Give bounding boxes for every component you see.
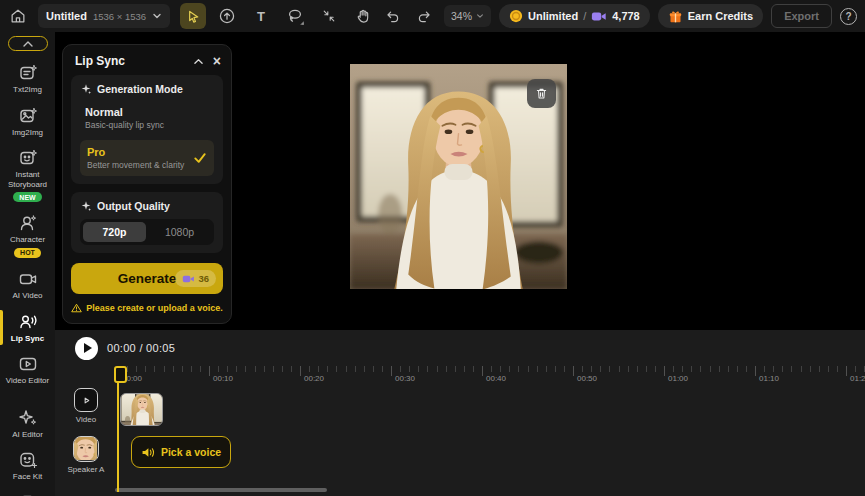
video-track-label: Video	[55, 388, 117, 424]
hot-badge: HOT	[14, 248, 41, 258]
sidebar-item-img2img[interactable]: Img2Img	[0, 104, 55, 140]
quality-option-720p[interactable]: 720p	[83, 222, 146, 242]
horizontal-scrollbar[interactable]	[115, 488, 327, 492]
voice-warning-text: Please create or upload a voice.	[86, 303, 223, 313]
speaker-track-label: Speaker A	[55, 436, 117, 474]
panel-title: Lip Sync	[75, 54, 125, 68]
playhead[interactable]	[117, 366, 119, 492]
sidebar-item-ai-video[interactable]: AI Video	[0, 267, 55, 303]
help-button[interactable]: ?	[840, 8, 857, 25]
collapse-arrows-icon	[321, 8, 337, 24]
sidebar-item-ai-editor[interactable]: AI Editor	[0, 406, 55, 442]
canvas-dimensions: 1536 × 1536	[93, 11, 146, 22]
warning-icon	[71, 303, 82, 313]
ruler-label: 00:40	[486, 374, 506, 383]
project-title: Untitled	[46, 10, 87, 22]
hand-tool-button[interactable]	[350, 3, 376, 29]
ruler-label: 01:00	[668, 374, 688, 383]
hand-icon	[355, 8, 372, 25]
video-credits-icon	[591, 10, 607, 23]
tool-group: T	[180, 3, 376, 29]
home-icon	[9, 7, 27, 25]
undo-button[interactable]	[380, 4, 404, 28]
earn-credits-button[interactable]: Earn Credits	[658, 4, 763, 28]
upload-tool-button[interactable]	[214, 3, 240, 29]
generate-cost: 36	[198, 273, 209, 284]
generation-mode-card: Generation Mode Normal Basic-quality lip…	[71, 75, 223, 184]
new-badge: NEW	[13, 192, 41, 202]
speaker-avatar[interactable]	[73, 436, 99, 462]
pick-voice-button[interactable]: Pick a voice	[131, 436, 231, 468]
txt2img-icon	[18, 63, 38, 83]
panel-header: Lip Sync ×	[63, 45, 231, 75]
collapse-canvas-button[interactable]	[316, 3, 342, 29]
mode-desc: Basic-quality lip sync	[85, 120, 209, 130]
lasso-dropdown-indicator	[300, 21, 304, 25]
ruler-label: 00:10	[213, 374, 233, 383]
ruler-label: 01:10	[759, 374, 779, 383]
sidebar-item-label: Video Editor	[2, 376, 54, 386]
generate-cost-badge: 36	[175, 270, 216, 287]
redo-icon	[416, 8, 433, 25]
play-button[interactable]	[75, 337, 98, 360]
time-display: 00:00 / 00:05	[107, 342, 175, 354]
sidebar-item-label: Lip Sync	[2, 334, 54, 344]
panel-collapse-button[interactable]	[193, 57, 204, 66]
chevron-down-icon	[476, 12, 484, 20]
sidebar-item-face-kit[interactable]: Face Kit	[0, 448, 55, 484]
ai-video-icon	[18, 269, 38, 289]
video-clip[interactable]	[120, 393, 163, 426]
ruler-label: 00:50	[577, 374, 597, 383]
credits-pill[interactable]: Unlimited / 4,778	[499, 4, 650, 28]
quality-option-1080p[interactable]: 1080p	[148, 222, 211, 242]
sidebar-item-label: Img2Img	[2, 128, 54, 138]
sidebar-item-txt2img[interactable]: Txt2Img	[0, 61, 55, 97]
timeline-panel: 00:00 / 00:05 00:00 00:10 00:20 00:30 00…	[55, 330, 865, 496]
sparkle-icon	[80, 83, 92, 95]
home-button[interactable]	[6, 4, 30, 28]
panel-close-button[interactable]: ×	[213, 54, 221, 68]
mode-option-pro[interactable]: Pro Better movement & clarity	[80, 140, 214, 176]
generate-button[interactable]: Generate 36	[71, 263, 223, 294]
delete-image-button[interactable]	[527, 79, 556, 108]
video-track-button[interactable]	[74, 388, 98, 412]
sidebar-item-instant-storyboard[interactable]: Instant Storyboard NEW	[0, 146, 55, 204]
select-tool-button[interactable]	[180, 3, 206, 29]
mode-name: Normal	[85, 106, 209, 118]
plan-label: Unlimited	[528, 10, 578, 22]
ruler-label: 00:30	[395, 374, 415, 383]
mode-name: Pro	[87, 146, 184, 158]
generate-label: Generate	[118, 271, 177, 286]
ai-editor-icon	[18, 408, 38, 428]
sidebar-item-label: Face Kit	[2, 472, 54, 482]
project-title-dropdown[interactable]: Untitled 1536 × 1536	[38, 4, 170, 28]
sidebar-item-lip-sync[interactable]: Lip Sync	[0, 310, 55, 346]
voice-warning: Please create or upload a voice.	[63, 301, 231, 315]
timeline-ruler[interactable]: 00:00 00:10 00:20 00:30 00:40 00:50 01:0…	[55, 366, 865, 388]
zoom-level-dropdown[interactable]: 34%	[444, 5, 491, 27]
ruler-label: 01:20	[850, 374, 865, 383]
character-icon	[18, 213, 38, 233]
track-name: Video	[76, 415, 96, 424]
output-quality-card: Output Quality 720p 1080p	[71, 192, 223, 253]
chevron-up-icon	[193, 57, 204, 66]
sidebar-item-character[interactable]: Character HOT	[0, 211, 55, 260]
play-icon	[84, 343, 92, 353]
sidebar-item-enhance-upscale[interactable]: Enhance & Upscale	[0, 491, 55, 496]
coin-icon	[509, 9, 523, 23]
lasso-tool-button[interactable]	[282, 3, 308, 29]
sidebar-scroll-up-button[interactable]	[8, 36, 48, 51]
undo-icon	[384, 8, 401, 25]
lip-sync-icon	[18, 312, 38, 332]
sidebar-item-video-editor[interactable]: Video Editor	[0, 352, 55, 388]
zoom-level-value: 34%	[451, 10, 472, 22]
speaker-icon	[141, 446, 155, 459]
mode-option-normal[interactable]: Normal Basic-quality lip sync	[80, 102, 214, 134]
trash-icon	[534, 86, 549, 101]
redo-button[interactable]	[412, 4, 436, 28]
chevron-down-icon	[152, 11, 162, 21]
text-tool-button[interactable]: T	[248, 3, 274, 29]
export-button[interactable]: Export	[771, 4, 832, 28]
sidebar-item-label: Txt2Img	[2, 85, 54, 95]
main-canvas[interactable]: Lip Sync × Generation Mode Normal Basic-…	[55, 32, 865, 330]
